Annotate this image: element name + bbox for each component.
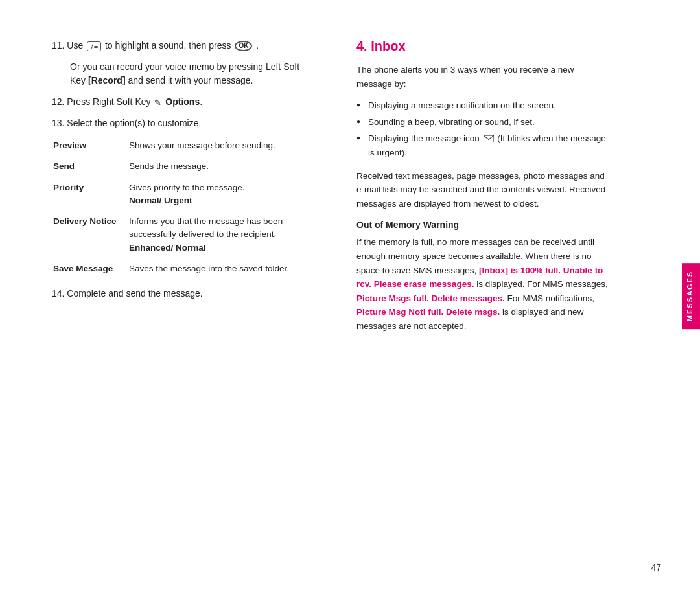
option-desc: Shows your message before sending. — [129, 139, 310, 159]
option-desc: Sends the message. — [129, 160, 310, 179]
intro-text: The phone alerts you in 3 ways when you … — [356, 63, 609, 91]
body1-text: Received text messages, page messages, p… — [356, 169, 609, 211]
envelope-icon — [484, 135, 494, 142]
right-column: 4. Inbox The phone alerts you in 3 ways … — [337, 39, 648, 553]
step-12: 12. Press Right Soft Key ✎ Options. — [52, 95, 311, 109]
bullet-item: Displaying a message notification on the… — [356, 98, 609, 113]
step-11-indent: Or you can record your voice memo by pre… — [52, 60, 311, 87]
table-row: PreviewShows your message before sending… — [53, 139, 310, 159]
option-desc: Informs you that the message has been su… — [129, 215, 310, 261]
option-label: Delivery Notice — [53, 215, 128, 261]
ok-icon: OK — [235, 41, 252, 51]
option-desc: Saves the message into the saved folder. — [129, 262, 310, 282]
left-column: 11. Use ♪≡ to highlight a sound, then pr… — [0, 39, 337, 553]
page-divider — [642, 556, 674, 556]
sound-icon: ♪≡ — [87, 41, 101, 51]
table-row: PriorityGives priority to the message.No… — [53, 181, 310, 214]
step-13: 13. Select the option(s) to customize. — [52, 117, 311, 130]
table-row: Save MessageSaves the message into the s… — [53, 262, 310, 282]
option-label: Save Message — [53, 262, 128, 282]
bullet-item: Displaying the message icon (It blinks w… — [356, 131, 609, 159]
sidebar-tab: MESSAGES — [682, 263, 700, 329]
option-desc: Gives priority to the message.Normal/ Ur… — [129, 181, 310, 214]
table-row: Delivery NoticeInforms you that the mess… — [53, 215, 310, 261]
step-11-text: 11. Use ♪≡ to highlight a sound, then pr… — [52, 40, 259, 51]
page-number: 47 — [651, 562, 661, 573]
options-table: PreviewShows your message before sending… — [52, 138, 311, 283]
option-label: Priority — [53, 181, 128, 214]
bullet-list: Displaying a message notification on the… — [356, 98, 609, 159]
step-11: 11. Use ♪≡ to highlight a sound, then pr… — [52, 39, 311, 52]
pencil-icon: ✎ — [154, 97, 161, 109]
out-of-memory-heading: Out of Memory Warning — [356, 220, 609, 230]
section-heading: 4. Inbox — [356, 39, 609, 54]
body2-text: If the memory is full, no more messages … — [356, 235, 609, 333]
step-14: 14. Complete and send the message. — [52, 287, 311, 301]
table-row: SendSends the message. — [53, 160, 310, 179]
option-label: Preview — [53, 139, 128, 159]
bullet-item: Sounding a beep, vibrating or sound, if … — [356, 115, 609, 130]
option-label: Send — [53, 160, 128, 179]
